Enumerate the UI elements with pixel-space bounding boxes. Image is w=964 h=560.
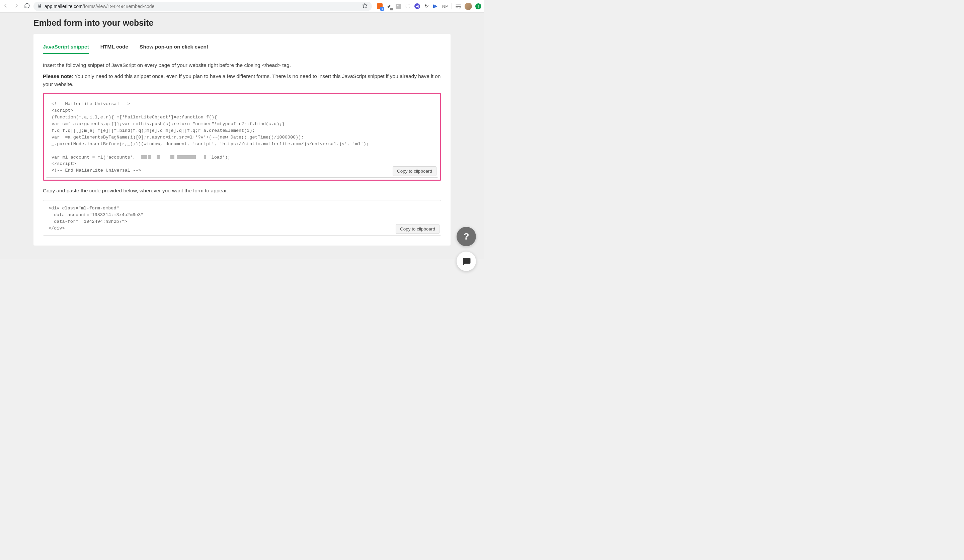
code-line: var c={ a:arguments,q:[]};var r=this.pus…	[52, 122, 285, 127]
code-line: _.parentNode.insertBefore(r,_);})(window…	[52, 141, 369, 146]
copy-to-clipboard-button[interactable]: Copy to clipboard	[396, 224, 440, 234]
ext-icon-purple[interactable]: ◀	[414, 3, 420, 10]
code-line: <!-- End MailerLite Universal -->	[52, 168, 141, 173]
instruction-note: Please note: You only need to add this s…	[43, 72, 441, 88]
code-line: </div>	[49, 226, 65, 231]
chat-icon	[461, 256, 471, 266]
code-snippet-universal[interactable]: <!-- MailerLite Universal --> <script> (…	[46, 96, 438, 178]
nav-forward-button[interactable]	[13, 3, 20, 10]
code-line: <script>	[52, 108, 73, 113]
page-title: Embed form into your website	[34, 18, 484, 28]
ext-icon-playlist[interactable]	[455, 3, 461, 10]
code-line: 'load');	[206, 155, 230, 160]
nav-reload-button[interactable]	[24, 3, 30, 10]
ext-separator	[451, 3, 452, 10]
url-domain: app.mailerlite.com	[44, 4, 83, 9]
svg-point-0	[405, 4, 410, 8]
tab-html-code[interactable]: HTML code	[100, 42, 128, 54]
browser-chrome: app.mailerlite.com/forms/view/1942494#em…	[0, 0, 484, 13]
svg-rect-1	[433, 4, 434, 8]
embed-card: JavaScript snippet HTML code Show pop-up…	[34, 34, 451, 245]
url-bar[interactable]: app.mailerlite.com/forms/view/1942494#em…	[34, 2, 372, 11]
page-body: Embed form into your website JavaScript …	[0, 13, 484, 259]
tab-show-popup[interactable]: Show pop-up on click event	[140, 42, 208, 54]
ext-icon-green-arrow[interactable]: ↑	[475, 3, 481, 10]
extension-icons: 4 fl ◀ f? NP ↑	[376, 3, 481, 10]
tab-javascript-snippet[interactable]: JavaScript snippet	[43, 42, 89, 54]
ext-icon-play[interactable]	[433, 3, 439, 10]
code-snippet-embed[interactable]: <div class="ml-form-embed" data-account=…	[43, 200, 441, 235]
redacted-text	[141, 155, 147, 159]
instruction-below: Copy and paste the code provided below, …	[43, 187, 441, 194]
code-line: <!-- MailerLite Universal -->	[52, 101, 130, 106]
code-line: data-form="1942494:h3h2b7">	[49, 219, 127, 224]
code-line: <div class="ml-form-embed"	[49, 206, 119, 211]
ext-icon-fq[interactable]: f?	[423, 3, 430, 10]
profile-avatar[interactable]	[464, 3, 472, 10]
ext-icon-orange[interactable]: 4	[376, 3, 383, 10]
code-line: var _=a.getElementsByTagName(i)[0];r.asy…	[52, 135, 304, 140]
lock-icon	[37, 4, 42, 9]
ext-icon-np[interactable]: NP	[442, 3, 448, 10]
redacted-text	[157, 155, 160, 159]
note-label: Please note	[43, 73, 72, 79]
code-line: var ml_account = ml('accounts',	[52, 155, 138, 160]
url-path: /forms/view/1942494#embed-code	[83, 4, 155, 9]
code-line: f.q=f.q||[];m[e]=m[e]||f.bind(f.q);m[e].…	[52, 128, 255, 133]
nav-back-button[interactable]	[3, 3, 9, 10]
ext-icon-pin[interactable]	[386, 3, 392, 10]
help-button[interactable]: ?	[457, 227, 476, 246]
bookmark-star-icon[interactable]	[362, 3, 368, 10]
chat-button[interactable]	[457, 252, 476, 271]
highlighted-code-wrapper: <!-- MailerLite Universal --> <script> (…	[43, 93, 441, 181]
code-line: </script>	[52, 161, 76, 166]
code-line: (function(m,a,i,l,e,r){ m['MailerLiteObj…	[52, 115, 217, 120]
redacted-text	[177, 155, 196, 159]
ext-icon-gray-square[interactable]: fl	[395, 3, 401, 10]
ext-icon-dotted[interactable]	[405, 3, 411, 10]
redacted-text	[170, 155, 174, 159]
note-body: : You only need to add this snippet once…	[43, 73, 441, 87]
instruction-line-1: Insert the following snippet of JavaScri…	[43, 61, 441, 69]
code-line: data-account="1983314:m3x4o2m9e3"	[49, 213, 143, 218]
tabs: JavaScript snippet HTML code Show pop-up…	[43, 42, 441, 54]
copy-to-clipboard-button[interactable]: Copy to clipboard	[392, 166, 436, 176]
redacted-text	[148, 155, 151, 159]
